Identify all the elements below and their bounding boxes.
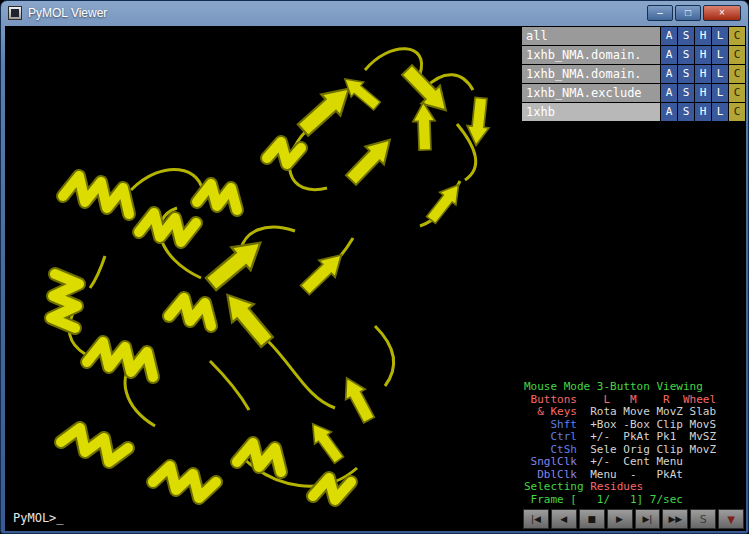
hide-button[interactable]: H [695, 46, 711, 64]
protein-cartoon [5, 26, 521, 531]
hide-button[interactable]: H [695, 65, 711, 83]
window-content: PyMOL>_ all A S H L C 1xhb_NMA.domain. A… [5, 26, 746, 531]
hide-button[interactable]: H [695, 27, 711, 45]
fullscreen-toggle-button[interactable]: ▼ [718, 509, 744, 529]
close-button[interactable]: × [703, 5, 741, 21]
control-panel: all A S H L C 1xhb_NMA.domain. A S H L C… [521, 26, 746, 531]
object-row-domain-2: 1xhb_NMA.domain. A S H L C [522, 65, 745, 83]
movie-controls: |◀ ◀ ■ ▶ ▶| ▶▶ S ▼ [521, 507, 746, 531]
panel-spacer [521, 121, 746, 381]
maximize-button[interactable]: □ [675, 5, 701, 21]
mouse-mode-panel: Mouse Mode 3-Button Viewing Buttons L M … [521, 381, 746, 507]
frame-counter: Frame [ 1/ 1] 7/sec [524, 493, 683, 506]
pymol-window: PyMOL Viewer – □ × [0, 0, 749, 534]
fast-forward-end-button[interactable]: ▶▶ [662, 509, 688, 529]
action-button[interactable]: A [661, 103, 677, 121]
doubleclick-label: DblClk [524, 468, 577, 481]
object-name[interactable]: 1xhb [522, 103, 660, 121]
singleclick-label: SnglClk [524, 455, 577, 468]
shift-values: +Box -Box Clip MovS [577, 418, 716, 431]
minimize-button[interactable]: – [647, 5, 673, 21]
selecting-label: Selecting [524, 480, 584, 493]
object-name[interactable]: 1xhb_NMA.domain. [522, 65, 660, 83]
color-button[interactable]: C [729, 65, 745, 83]
play-button[interactable]: ▶ [607, 509, 633, 529]
action-button[interactable]: A [661, 65, 677, 83]
object-row-domain-1: 1xhb_NMA.domain. A S H L C [522, 46, 745, 64]
show-button[interactable]: S [678, 27, 694, 45]
action-button[interactable]: A [661, 46, 677, 64]
ctsh-label: CtSh [524, 443, 577, 456]
pymol-app-icon [8, 6, 22, 20]
object-list: all A S H L C 1xhb_NMA.domain. A S H L C… [521, 26, 746, 121]
show-button[interactable]: S [678, 103, 694, 121]
color-button[interactable]: C [729, 84, 745, 102]
window-controls: – □ × [647, 5, 741, 21]
label-button[interactable]: L [712, 84, 728, 102]
action-button[interactable]: A [661, 27, 677, 45]
ctsh-values: Sele Orig Clip MovZ [577, 443, 716, 456]
selecting-mode-value[interactable]: Residues [584, 480, 644, 493]
buttons-label: Buttons [524, 393, 577, 406]
color-button[interactable]: C [729, 27, 745, 45]
mouse-mode-value[interactable]: 3-Button Viewing [597, 380, 703, 393]
show-button[interactable]: S [678, 46, 694, 64]
keys-label: & Keys [524, 405, 577, 418]
step-forward-button[interactable]: ▶| [635, 509, 661, 529]
shift-label: Shft [524, 418, 577, 431]
label-button[interactable]: L [712, 103, 728, 121]
ctrl-label: Ctrl [524, 430, 577, 443]
show-button[interactable]: S [678, 84, 694, 102]
label-button[interactable]: L [712, 27, 728, 45]
singleclick-values: +/- Cent Menu [577, 455, 683, 468]
rewind-start-button[interactable]: |◀ [523, 509, 549, 529]
object-name[interactable]: 1xhb_NMA.domain. [522, 46, 660, 64]
window-title: PyMOL Viewer [28, 6, 107, 20]
step-back-button[interactable]: ◀ [551, 509, 577, 529]
doubleclick-values: Menu - PkAt [577, 468, 683, 481]
action-button[interactable]: A [661, 84, 677, 102]
label-button[interactable]: L [712, 65, 728, 83]
hide-button[interactable]: H [695, 103, 711, 121]
object-name[interactable]: 1xhb_NMA.exclude [522, 84, 660, 102]
stop-button[interactable]: ■ [579, 509, 605, 529]
keys-values: Rota Move MovZ Slab [577, 405, 716, 418]
object-row-exclude: 1xhb_NMA.exclude A S H L C [522, 84, 745, 102]
label-button[interactable]: L [712, 46, 728, 64]
color-button[interactable]: C [729, 103, 745, 121]
ctrl-values: +/- PkAt Pk1 MvSZ [577, 430, 716, 443]
color-button[interactable]: C [729, 46, 745, 64]
titlebar[interactable]: PyMOL Viewer – □ × [1, 1, 748, 25]
frame-line: Frame [ 1/ 1] 7/sec [524, 494, 743, 507]
buttons-columns: L M R Wheel [577, 393, 716, 406]
object-row-1xhb: 1xhb A S H L C [522, 103, 745, 121]
command-prompt[interactable]: PyMOL>_ [13, 511, 64, 525]
scene-button[interactable]: S [690, 509, 716, 529]
molecule-viewport[interactable]: PyMOL>_ [5, 26, 521, 531]
show-button[interactable]: S [678, 65, 694, 83]
hide-button[interactable]: H [695, 84, 711, 102]
object-name[interactable]: all [522, 27, 660, 45]
object-row-all: all A S H L C [522, 27, 745, 45]
mouse-mode-label: Mouse Mode [524, 380, 597, 393]
